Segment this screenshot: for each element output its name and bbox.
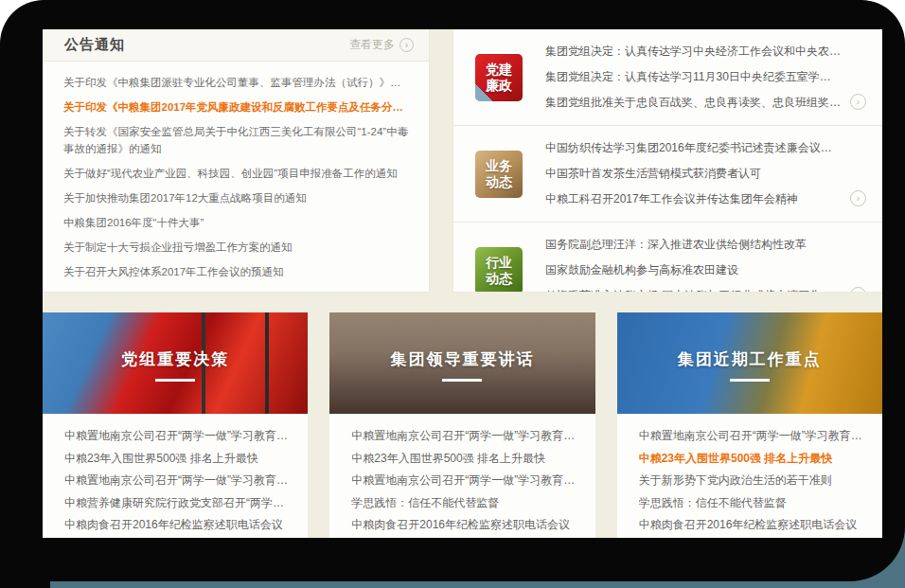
announcement-item[interactable]: 关于转发《国家安全监管总局关于中化江西三美化工有限公司“1-24”中毒事故的通报… <box>63 123 410 157</box>
news-item[interactable]: 国家鼓励金融机构参与高标准农田建设 <box>545 258 841 283</box>
news-item[interactable]: 集团党组决定：认真传达学习中央经济工作会议和中央农村工作委员会... <box>545 39 841 64</box>
announcement-item[interactable]: 关于加快推动集团2017年12大重点战略项目的通知 <box>63 189 410 206</box>
device-frame-foot <box>0 579 50 588</box>
page-canvas: 公告通知 查看更多 › 关于印发《中粮集团派驻专业化公司董事、监事管理办法（试行… <box>0 0 905 588</box>
column-party-decisions: 党组重要决策 中粮置地南京公司召开“两学一做”学习教育第三 ... 中粮23年入… <box>43 312 308 538</box>
news-item[interactable]: 中国纺织传达学习集团2016年度纪委书记述责述廉会议精神 <box>545 135 841 161</box>
grain-header-image: 集团近期工作重点 <box>617 312 882 414</box>
announcements-list: 关于印发《中粮集团派驻专业化公司董事、监事管理办法（试行）》的通知 关于印发《中… <box>43 62 429 280</box>
portal-content: 公告通知 查看更多 › 关于印发《中粮集团派驻专业化公司董事、监事管理办法（试行… <box>43 29 882 538</box>
news-panel: 党建 廉政 集团党组决定：认真传达学习中央经济工作会议和中央农村工作委员会...… <box>453 29 882 292</box>
column-title: 党组重要决策 <box>121 348 229 370</box>
announcement-item[interactable]: 中粮集团2016年度“十件大事” <box>63 214 410 231</box>
news-item[interactable]: 外资重获准入油脂市场,国内油脂加工行业或将上演巨头混战 <box>545 283 841 292</box>
badge-label-line1: 行业 <box>486 255 512 271</box>
more-label: 查看更多 <box>349 37 395 53</box>
column-item[interactable]: 关于新形势下党内政治生活的若干准则 <box>639 470 867 492</box>
news-section-business: 业务 动态 中国纺织传达学习集团2016年度纪委书记述责述廉会议精神 中国茶叶首… <box>453 126 882 223</box>
column-title: 集团领导重要讲话 <box>390 348 534 370</box>
column-list: 中粮置地南京公司召开“两学一做”学习教育第三 ... 中粮23年入围世界500强… <box>329 414 594 537</box>
column-title: 集团近期工作重点 <box>678 348 822 370</box>
column-item[interactable]: 中粮置地南京公司召开“两学一做”学习教育第三 ... <box>64 470 293 492</box>
column-item[interactable]: 中粮肉食召开2016年纪检监察述职电话会议 <box>351 514 579 537</box>
column-item[interactable]: 中粮置地南京公司召开“两学一做”学习教育第三 ... <box>639 425 867 448</box>
business-badge-image: 业务 动态 <box>475 151 523 198</box>
news-list: 中国纺织传达学习集团2016年度纪委书记述责述廉会议精神 中国茶叶首发茶生活营销… <box>523 135 841 212</box>
announcements-panel: 公告通知 查看更多 › 关于印发《中粮集团派驻专业化公司董事、监事管理办法（试行… <box>43 29 429 292</box>
announcement-item[interactable]: 关于做好“现代农业产业园、科技园、创业园”项目申报准备工作的通知 <box>63 165 410 182</box>
badge-label-line2: 动态 <box>486 271 512 287</box>
column-item-highlighted[interactable]: 中粮23年入围世界500强 排名上升最快 <box>639 448 867 471</box>
news-list: 国务院副总理汪洋：深入推进农业供给侧结构性改革 国家鼓励金融机构参与高标准农田建… <box>523 232 841 292</box>
party-building-badge-image: 党建 廉政 <box>475 54 523 101</box>
column-leader-speeches: 集团领导重要讲话 中粮置地南京公司召开“两学一做”学习教育第三 ... 中粮23… <box>329 312 594 538</box>
news-section-industry: 行业 动态 国务院副总理汪洋：深入推进农业供给侧结构性改革 国家鼓励金融机构参与… <box>453 223 882 292</box>
news-item[interactable]: 国务院副总理汪洋：深入推进农业供给侧结构性改革 <box>545 232 841 258</box>
announcements-header: 公告通知 查看更多 › <box>43 29 429 62</box>
column-item[interactable]: 学思践悟：信任不能代替监督 <box>639 492 867 515</box>
badge-label-line2: 廉政 <box>486 78 512 94</box>
title-underline <box>442 379 482 382</box>
announcement-item-highlighted[interactable]: 关于印发《中粮集团2017年党风廉政建设和反腐败工作要点及任务分工》的通知 <box>63 98 410 116</box>
column-item[interactable]: 中粮肉食召开2016年纪检监察述职电话会议 <box>64 514 293 537</box>
chevron-right-icon: › <box>399 38 414 52</box>
title-underline <box>730 379 770 382</box>
announcement-item[interactable]: 关于召开大风控体系2017年工作会议的预通知 <box>63 263 410 280</box>
badge-label-line1: 党建 <box>486 62 512 78</box>
news-item[interactable]: 集团党组决定：认真传达学习11月30日中央纪委五室学习纪要 <box>545 64 841 90</box>
column-list: 中粮置地南京公司召开“两学一做”学习教育第三 ... 中粮23年入围世界500强… <box>43 414 308 537</box>
column-item[interactable]: 中粮置地南京公司召开“两学一做”学习教育第三 ... <box>351 470 579 492</box>
news-list: 集团党组决定：认真传达学习中央经济工作会议和中央农村工作委员会... 集团党组决… <box>523 39 841 116</box>
title-underline <box>155 379 195 382</box>
red-flags-header-image: 党组重要决策 <box>43 312 308 414</box>
podium-header-image: 集团领导重要讲话 <box>329 312 594 414</box>
column-item[interactable]: 学思践悟：信任不能代替监督 <box>351 492 579 515</box>
announcement-item[interactable]: 关于制定十大亏损企业扭亏增盈工作方案的通知 <box>63 239 410 256</box>
news-item[interactable]: 中国茶叶首发茶生活营销模式获消费者认可 <box>545 161 841 187</box>
column-item[interactable]: 中粮肉食召开2016年纪检监察述职电话会议 <box>639 514 867 537</box>
news-item[interactable]: 中粮工科召开2017年工作会议并传达集团年会精神 <box>545 187 841 212</box>
column-list: 中粮置地南京公司召开“两学一做”学习教育第三 ... 中粮23年入围世界500强… <box>617 414 882 537</box>
column-item[interactable]: 中粮置地南京公司召开“两学一做”学习教育第三 ... <box>64 425 293 448</box>
badge-label-line2: 动态 <box>486 174 512 190</box>
news-item[interactable]: 集团党组批准关于忠良百战奖、忠良再读奖、忠良班组奖和忠良百战奖... <box>545 90 841 116</box>
badge-label-line1: 业务 <box>486 158 512 174</box>
announcements-more-link[interactable]: 查看更多 › <box>349 37 414 53</box>
column-item[interactable]: 中粮23年入围世界500强 排名上升最快 <box>64 448 293 471</box>
top-row: 公告通知 查看更多 › 关于印发《中粮集团派驻专业化公司董事、监事管理办法（试行… <box>43 29 882 292</box>
column-item[interactable]: 中粮23年入围世界500强 排名上升最快 <box>351 448 579 471</box>
section-more-arrow-icon[interactable]: › <box>850 287 866 292</box>
announcements-title: 公告通知 <box>64 36 125 54</box>
bottom-row: 党组重要决策 中粮置地南京公司召开“两学一做”学习教育第三 ... 中粮23年入… <box>43 312 882 538</box>
industry-badge-image: 行业 动态 <box>475 247 523 293</box>
section-more-arrow-icon[interactable]: › <box>850 190 866 206</box>
section-more-arrow-icon[interactable]: › <box>850 94 866 110</box>
news-section-party-building: 党建 廉政 集团党组决定：认真传达学习中央经济工作会议和中央农村工作委员会...… <box>453 29 882 126</box>
column-item[interactable]: 中粮置地南京公司召开“两学一做”学习教育第三 ... <box>351 425 579 448</box>
column-item[interactable]: 中粮营养健康研究院行政党支部召开“两学一做” ... <box>64 492 293 515</box>
announcement-item[interactable]: 关于印发《中粮集团派驻专业化公司董事、监事管理办法（试行）》的通知 <box>63 74 410 91</box>
column-recent-work-focus: 集团近期工作重点 中粮置地南京公司召开“两学一做”学习教育第三 ... 中粮23… <box>617 312 882 538</box>
